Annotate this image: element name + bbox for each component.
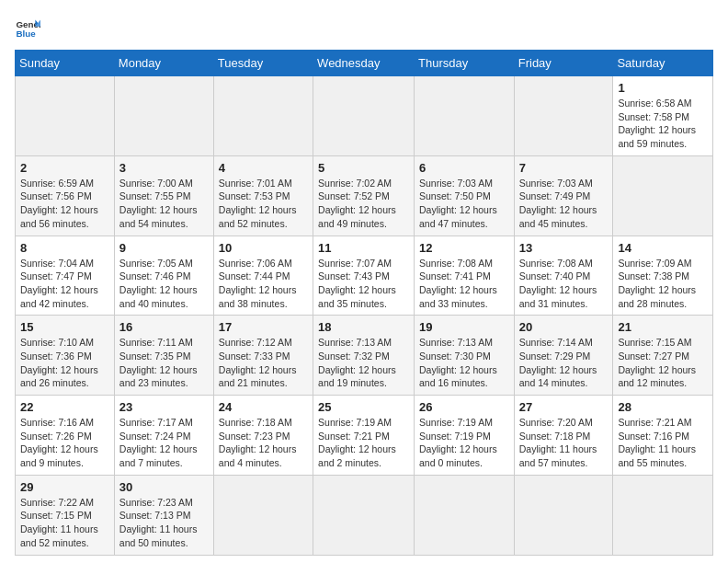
calendar-week-5: 22Sunrise: 7:16 AM Sunset: 7:26 PM Dayli… bbox=[16, 396, 713, 476]
day-info: Sunrise: 7:19 AM Sunset: 7:21 PM Dayligh… bbox=[318, 416, 409, 470]
day-info: Sunrise: 7:11 AM Sunset: 7:35 PM Dayligh… bbox=[119, 336, 209, 390]
calendar-cell bbox=[613, 475, 713, 555]
header-day-wednesday: Wednesday bbox=[313, 51, 415, 76]
calendar-cell: 14Sunrise: 7:09 AM Sunset: 7:38 PM Dayli… bbox=[613, 236, 713, 316]
header-day-sunday: Sunday bbox=[16, 51, 115, 76]
day-number: 27 bbox=[519, 400, 609, 414]
day-number: 12 bbox=[419, 241, 509, 255]
calendar-cell: 12Sunrise: 7:08 AM Sunset: 7:41 PM Dayli… bbox=[415, 236, 515, 316]
logo: General Blue bbox=[15, 15, 46, 40]
day-number: 23 bbox=[119, 400, 209, 414]
calendar-cell bbox=[514, 475, 613, 555]
day-number: 29 bbox=[20, 480, 109, 494]
day-info: Sunrise: 7:12 AM Sunset: 7:33 PM Dayligh… bbox=[219, 336, 308, 390]
day-info: Sunrise: 7:20 AM Sunset: 7:18 PM Dayligh… bbox=[519, 416, 609, 470]
calendar-cell bbox=[213, 475, 313, 555]
calendar-cell: 16Sunrise: 7:11 AM Sunset: 7:35 PM Dayli… bbox=[114, 316, 213, 396]
day-number: 13 bbox=[519, 241, 609, 255]
day-info: Sunrise: 7:21 AM Sunset: 7:16 PM Dayligh… bbox=[618, 416, 708, 470]
day-info: Sunrise: 6:59 AM Sunset: 7:56 PM Dayligh… bbox=[20, 177, 109, 231]
day-number: 10 bbox=[219, 241, 308, 255]
logo-icon: General Blue bbox=[15, 15, 40, 40]
header-day-monday: Monday bbox=[114, 51, 213, 76]
header-day-thursday: Thursday bbox=[415, 51, 515, 76]
calendar-cell: 6Sunrise: 7:03 AM Sunset: 7:50 PM Daylig… bbox=[415, 155, 515, 236]
day-number: 2 bbox=[20, 161, 109, 175]
calendar-cell: 8Sunrise: 7:04 AM Sunset: 7:47 PM Daylig… bbox=[16, 236, 115, 316]
day-info: Sunrise: 7:01 AM Sunset: 7:53 PM Dayligh… bbox=[219, 177, 308, 231]
day-number: 21 bbox=[618, 320, 708, 334]
day-info: Sunrise: 7:14 AM Sunset: 7:29 PM Dayligh… bbox=[519, 336, 609, 390]
header-day-friday: Friday bbox=[514, 51, 613, 76]
calendar-cell: 9Sunrise: 7:05 AM Sunset: 7:46 PM Daylig… bbox=[114, 236, 213, 316]
calendar-cell: 22Sunrise: 7:16 AM Sunset: 7:26 PM Dayli… bbox=[16, 396, 115, 476]
calendar-cell: 1Sunrise: 6:58 AM Sunset: 7:58 PM Daylig… bbox=[613, 76, 713, 156]
calendar-cell: 18Sunrise: 7:13 AM Sunset: 7:32 PM Dayli… bbox=[313, 316, 415, 396]
calendar-cell bbox=[514, 76, 613, 156]
day-info: Sunrise: 7:18 AM Sunset: 7:23 PM Dayligh… bbox=[219, 416, 308, 470]
header: General Blue bbox=[15, 15, 713, 40]
day-number: 7 bbox=[519, 161, 609, 175]
day-info: Sunrise: 7:03 AM Sunset: 7:49 PM Dayligh… bbox=[519, 177, 609, 231]
day-info: Sunrise: 7:13 AM Sunset: 7:32 PM Dayligh… bbox=[318, 336, 409, 390]
calendar-week-3: 8Sunrise: 7:04 AM Sunset: 7:47 PM Daylig… bbox=[16, 236, 713, 316]
day-number: 3 bbox=[119, 161, 209, 175]
calendar-header: SundayMondayTuesdayWednesdayThursdayFrid… bbox=[16, 51, 713, 76]
calendar-cell bbox=[415, 475, 515, 555]
day-info: Sunrise: 7:19 AM Sunset: 7:19 PM Dayligh… bbox=[419, 416, 509, 470]
day-number: 15 bbox=[20, 320, 109, 334]
calendar-cell: 24Sunrise: 7:18 AM Sunset: 7:23 PM Dayli… bbox=[213, 396, 313, 476]
header-day-saturday: Saturday bbox=[613, 51, 713, 76]
header-row: SundayMondayTuesdayWednesdayThursdayFrid… bbox=[16, 51, 713, 76]
day-number: 20 bbox=[519, 320, 609, 334]
calendar-cell: 3Sunrise: 7:00 AM Sunset: 7:55 PM Daylig… bbox=[114, 155, 213, 236]
calendar-cell bbox=[313, 76, 415, 156]
calendar-cell: 23Sunrise: 7:17 AM Sunset: 7:24 PM Dayli… bbox=[114, 396, 213, 476]
calendar-cell: 17Sunrise: 7:12 AM Sunset: 7:33 PM Dayli… bbox=[213, 316, 313, 396]
calendar-cell bbox=[16, 76, 115, 156]
day-number: 1 bbox=[618, 81, 708, 95]
svg-text:Blue: Blue bbox=[16, 29, 36, 39]
calendar-cell bbox=[313, 475, 415, 555]
day-info: Sunrise: 7:23 AM Sunset: 7:13 PM Dayligh… bbox=[119, 496, 209, 550]
calendar-cell bbox=[613, 155, 713, 236]
day-info: Sunrise: 7:04 AM Sunset: 7:47 PM Dayligh… bbox=[20, 257, 109, 311]
day-info: Sunrise: 7:15 AM Sunset: 7:27 PM Dayligh… bbox=[618, 336, 708, 390]
calendar-week-2: 2Sunrise: 6:59 AM Sunset: 7:56 PM Daylig… bbox=[16, 155, 713, 236]
calendar-cell bbox=[213, 76, 313, 156]
calendar-week-6: 29Sunrise: 7:22 AM Sunset: 7:15 PM Dayli… bbox=[16, 475, 713, 555]
day-number: 26 bbox=[419, 400, 509, 414]
header-day-tuesday: Tuesday bbox=[213, 51, 313, 76]
day-number: 14 bbox=[618, 241, 708, 255]
day-info: Sunrise: 7:09 AM Sunset: 7:38 PM Dayligh… bbox=[618, 257, 708, 311]
day-number: 4 bbox=[219, 161, 308, 175]
calendar-cell: 19Sunrise: 7:13 AM Sunset: 7:30 PM Dayli… bbox=[415, 316, 515, 396]
day-number: 25 bbox=[318, 400, 409, 414]
day-number: 24 bbox=[219, 400, 308, 414]
day-info: Sunrise: 7:00 AM Sunset: 7:55 PM Dayligh… bbox=[119, 177, 209, 231]
day-number: 16 bbox=[119, 320, 209, 334]
calendar-cell: 11Sunrise: 7:07 AM Sunset: 7:43 PM Dayli… bbox=[313, 236, 415, 316]
calendar-week-1: 1Sunrise: 6:58 AM Sunset: 7:58 PM Daylig… bbox=[16, 76, 713, 156]
calendar-cell: 7Sunrise: 7:03 AM Sunset: 7:49 PM Daylig… bbox=[514, 155, 613, 236]
calendar-cell: 13Sunrise: 7:08 AM Sunset: 7:40 PM Dayli… bbox=[514, 236, 613, 316]
day-info: Sunrise: 7:10 AM Sunset: 7:36 PM Dayligh… bbox=[20, 336, 109, 390]
day-number: 11 bbox=[318, 241, 409, 255]
calendar-cell: 15Sunrise: 7:10 AM Sunset: 7:36 PM Dayli… bbox=[16, 316, 115, 396]
day-number: 19 bbox=[419, 320, 509, 334]
calendar-cell: 30Sunrise: 7:23 AM Sunset: 7:13 PM Dayli… bbox=[114, 475, 213, 555]
day-number: 17 bbox=[219, 320, 308, 334]
calendar-cell: 26Sunrise: 7:19 AM Sunset: 7:19 PM Dayli… bbox=[415, 396, 515, 476]
day-number: 9 bbox=[119, 241, 209, 255]
calendar-table: SundayMondayTuesdayWednesdayThursdayFrid… bbox=[15, 50, 713, 556]
calendar-cell: 4Sunrise: 7:01 AM Sunset: 7:53 PM Daylig… bbox=[213, 155, 313, 236]
calendar-cell: 25Sunrise: 7:19 AM Sunset: 7:21 PM Dayli… bbox=[313, 396, 415, 476]
day-number: 6 bbox=[419, 161, 509, 175]
calendar-cell: 5Sunrise: 7:02 AM Sunset: 7:52 PM Daylig… bbox=[313, 155, 415, 236]
calendar-cell: 29Sunrise: 7:22 AM Sunset: 7:15 PM Dayli… bbox=[16, 475, 115, 555]
day-number: 5 bbox=[318, 161, 409, 175]
day-info: Sunrise: 7:02 AM Sunset: 7:52 PM Dayligh… bbox=[318, 177, 409, 231]
calendar-week-4: 15Sunrise: 7:10 AM Sunset: 7:36 PM Dayli… bbox=[16, 316, 713, 396]
day-info: Sunrise: 6:58 AM Sunset: 7:58 PM Dayligh… bbox=[618, 97, 708, 151]
day-info: Sunrise: 7:16 AM Sunset: 7:26 PM Dayligh… bbox=[20, 416, 109, 470]
